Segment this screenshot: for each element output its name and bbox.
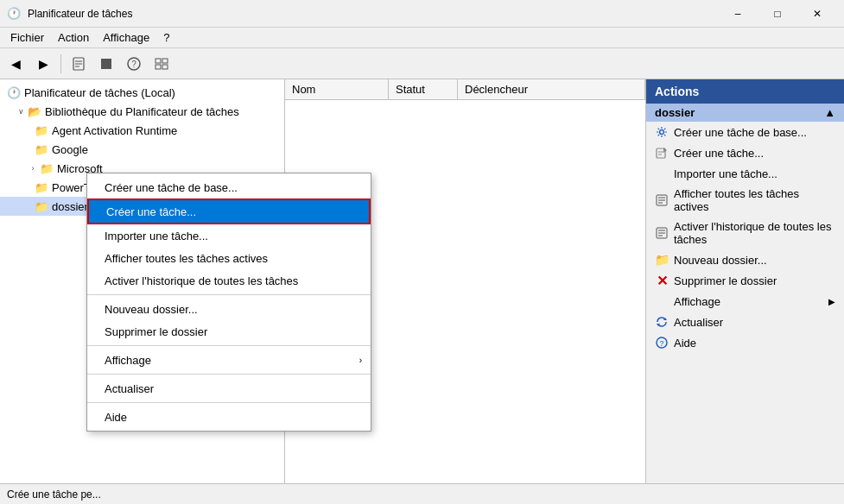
svg-text:?: ? [659, 339, 663, 348]
action-create-basic-label: Créer une tâche de base... [674, 126, 807, 139]
maximize-button[interactable]: □ [758, 0, 797, 28]
folder-google-icon: 📁 [35, 143, 48, 155]
action-view-active[interactable]: Afficher toutes les tâches actives [646, 184, 844, 217]
action-delete-folder-label: Supprimer le dossier [674, 274, 777, 287]
ctx-sep-1 [87, 294, 371, 295]
aide-icon: ? [655, 336, 669, 350]
tree-library[interactable]: ∨ 📂 Bibliothèque du Planificateur de tâc… [0, 102, 284, 121]
folder-dossier-icon: 📁 [35, 200, 48, 212]
toolbar-separator-1 [60, 54, 61, 73]
tree-dossier-label: dossier [52, 200, 88, 213]
ctx-import-task[interactable]: Importer une tâche... [87, 224, 371, 247]
stop-button[interactable] [94, 52, 118, 76]
menu-bar: Fichier Action Affichage ? [0, 28, 844, 48]
ctx-new-folder[interactable]: Nouveau dossier... [87, 298, 371, 320]
tree-root-label: Planificateur de tâches (Local) [24, 86, 175, 99]
delete-icon: ✕ [655, 274, 669, 287]
action-affichage[interactable]: Affichage ▶ [646, 291, 844, 312]
status-text: Crée une tâche pe... [7, 488, 101, 501]
actions-header: Actions [646, 79, 844, 104]
col-declencheur[interactable]: Déclencheur [458, 79, 645, 99]
task-icon [655, 146, 669, 160]
folder-microsoft-icon: 📁 [40, 162, 54, 174]
menu-fichier[interactable]: Fichier [3, 29, 51, 46]
folder-open-icon: 📂 [28, 105, 41, 117]
close-button[interactable]: ✕ [797, 0, 837, 28]
action-view-active-label: Afficher toutes les tâches actives [674, 187, 835, 213]
action-import-task-label: Importer une tâche... [674, 167, 777, 180]
tree-library-label: Bibliothèque du Planificateur de tâches [45, 105, 239, 118]
menu-affichage[interactable]: Affichage [96, 29, 156, 46]
action-section-label[interactable]: dossier ▲ [646, 104, 844, 122]
col-statut[interactable]: Statut [389, 79, 458, 99]
action-activate-history-label: Activer l'historique de toutes les tâche… [674, 220, 835, 246]
refresh-icon [655, 315, 669, 329]
gear-icon [655, 125, 669, 139]
action-aide[interactable]: ? Aide [646, 332, 844, 353]
submenu-arrow-icon: ▶ [828, 297, 835, 306]
ctx-activate-history[interactable]: Activer l'historique de toutes les tâche… [87, 269, 371, 292]
import-icon [655, 167, 669, 180]
folder-powertoys-icon: 📁 [35, 181, 48, 193]
svg-rect-7 [155, 59, 161, 63]
svg-rect-4 [101, 59, 111, 69]
context-menu: Créer une tâche de base... Créer une tâc… [86, 173, 371, 432]
forward-button[interactable]: ▶ [31, 52, 55, 76]
expand-library[interactable]: ∨ [14, 104, 28, 118]
action-import-task[interactable]: Importer une tâche... [646, 163, 844, 184]
action-refresh[interactable]: Actualiser [646, 312, 844, 332]
ctx-refresh[interactable]: Actualiser [87, 377, 371, 400]
svg-rect-10 [162, 65, 168, 69]
action-create-task[interactable]: Créer une tâche... [646, 142, 844, 163]
tree-agent[interactable]: 📁 Agent Activation Runtime [0, 121, 284, 140]
action-affichage-label: Affichage [674, 295, 720, 308]
ctx-delete-folder[interactable]: Supprimer le dossier [87, 320, 371, 343]
help-toolbar-button[interactable]: ? [122, 52, 146, 76]
right-panel: Actions dossier ▲ Créer une tâche de bas… [645, 79, 844, 483]
ctx-view-active[interactable]: Afficher toutes les tâches actives [87, 247, 371, 269]
window-controls: – □ ✕ [718, 0, 837, 28]
new-folder-icon: 📁 [655, 253, 669, 267]
tree-google-label: Google [52, 143, 88, 156]
ctx-create-task[interactable]: Créer une tâche... [87, 198, 371, 224]
tree-google[interactable]: 📁 Google [0, 140, 284, 159]
ctx-arrow-affichage: › [359, 356, 362, 365]
action-create-task-label: Créer une tâche... [674, 147, 764, 160]
toolbar: ◀ ▶ ? [0, 48, 844, 79]
svg-text:?: ? [131, 60, 136, 69]
ctx-affichage[interactable]: Affichage › [87, 349, 371, 371]
svg-rect-8 [162, 59, 168, 63]
tree-agent-label: Agent Activation Runtime [52, 124, 177, 137]
action-refresh-label: Actualiser [674, 316, 723, 329]
column-headers: Nom Statut Déclencheur [285, 79, 645, 100]
docs-button[interactable] [67, 52, 91, 76]
action-new-folder[interactable]: 📁 Nouveau dossier... [646, 249, 844, 270]
title-bar: 🕐 Planificateur de tâches – □ ✕ [0, 0, 844, 28]
menu-help[interactable]: ? [156, 29, 176, 46]
action-activate-history[interactable]: Activer l'historique de toutes les tâche… [646, 217, 844, 249]
action-aide-label: Aide [674, 337, 696, 350]
clock-icon: 🕐 [7, 86, 21, 98]
svg-rect-9 [155, 65, 161, 69]
svg-point-11 [660, 130, 664, 135]
ctx-sep-2 [87, 345, 371, 346]
view-submenu-icon [655, 294, 669, 308]
tree-root[interactable]: 🕐 Planificateur de tâches (Local) [0, 83, 284, 102]
ctx-sep-3 [87, 374, 371, 375]
ctx-create-basic[interactable]: Créer une tâche de base... [87, 176, 371, 198]
action-create-basic[interactable]: Créer une tâche de base... [646, 122, 844, 142]
folder-agent-icon: 📁 [35, 124, 48, 136]
view-button[interactable] [149, 52, 174, 76]
ctx-sep-4 [87, 402, 371, 403]
list-icon [655, 193, 669, 207]
ctx-aide[interactable]: Aide [87, 406, 371, 428]
status-bar: Crée une tâche pe... [0, 483, 844, 504]
expand-microsoft[interactable]: › [26, 161, 40, 175]
minimize-button[interactable]: – [718, 0, 758, 28]
back-button[interactable]: ◀ [3, 52, 28, 76]
action-delete-folder[interactable]: ✕ Supprimer le dossier [646, 270, 844, 291]
menu-action[interactable]: Action [51, 29, 96, 46]
col-nom[interactable]: Nom [285, 79, 389, 99]
history-icon [655, 226, 669, 240]
section-collapse-icon: ▲ [824, 106, 835, 119]
